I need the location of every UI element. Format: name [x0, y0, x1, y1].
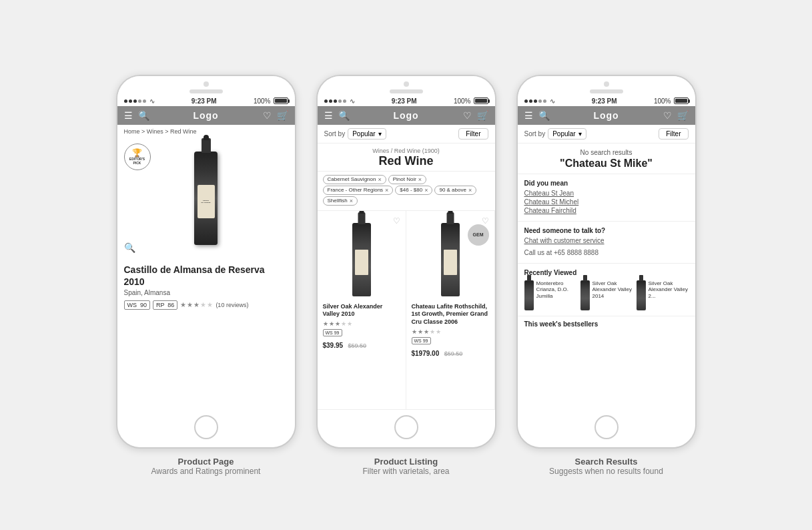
cart-icon-2[interactable]: 🛒: [477, 110, 488, 121]
search-icon-2[interactable]: 🔍: [338, 110, 350, 121]
battery-pct-3: 100%: [654, 97, 671, 105]
cart-icon-3[interactable]: 🛒: [677, 110, 689, 121]
filter-tag-shellfish[interactable]: Shellfish×: [323, 196, 358, 206]
home-button-3[interactable]: [594, 415, 619, 439]
listing-path-2: Wines / Red Wine (1900): [324, 148, 488, 154]
hamburger-icon-2[interactable]: ☰: [324, 110, 333, 121]
filter-button-2[interactable]: Filter: [458, 128, 488, 140]
card-bottle-label-1: [355, 250, 368, 275]
zoom-icon-1[interactable]: 🔍: [124, 242, 135, 253]
product-card-2[interactable]: ♡ GEM Chateau Lafite Rothschild, 1st Gro…: [406, 211, 495, 410]
cs-chat-link[interactable]: Chat with customer service: [524, 237, 689, 244]
speaker-2: [390, 89, 423, 93]
rv-label-3: Silver Oak Alexander Valley 2...: [649, 280, 689, 300]
logo-1: Logo: [193, 110, 218, 121]
card-name-2: Chateau Lafite Rothschild, 1st Growth, P…: [412, 303, 489, 326]
chevron-down-icon-2: ▾: [378, 130, 382, 138]
heart-icon-3[interactable]: ♡: [663, 110, 672, 121]
phone-title-1: Product Page: [151, 457, 261, 467]
trophy-icon: 🏆: [132, 148, 142, 158]
dym-link-3[interactable]: Chateau Fairchild: [524, 207, 689, 214]
status-time-2: 9:23 PM: [392, 97, 417, 105]
dot3-1: [524, 99, 528, 103]
cs2-5: ★: [436, 328, 441, 335]
phone-product-listing: ∿ 9:23 PM 100% ☰ 🔍 Logo ♡ 🛒: [316, 75, 496, 476]
cs2-1: ★: [412, 328, 417, 335]
camera-1: [204, 81, 209, 87]
wifi-icon-2: ∿: [350, 97, 355, 105]
heart-icon-1[interactable]: ♡: [263, 110, 272, 121]
heart-icon-2[interactable]: ♡: [463, 110, 472, 121]
sort-filter-bar-2: Sort by Popular ▾ Filter: [318, 125, 495, 144]
sort-dropdown-2[interactable]: Popular ▾: [348, 128, 386, 140]
dym-link-2[interactable]: Chateau St Michel: [524, 198, 689, 206]
status-bar-1: ∿ 9:23 PM 100%: [117, 96, 295, 106]
nav-right-1: ♡ 🛒: [263, 110, 288, 121]
search-icon-3[interactable]: 🔍: [538, 110, 550, 121]
cs-phone: Call us at +65 8888 8888: [524, 249, 598, 256]
product-card-1[interactable]: ♡ Silver Oak Alexander Valley 2010 ★ ★ ★…: [318, 211, 406, 410]
wishlist-icon-1[interactable]: ♡: [393, 216, 400, 226]
phone-label-3: Search Results Suggests when no results …: [549, 457, 663, 476]
card-bottle-label-2: [444, 250, 457, 275]
rv-bottle-2: [580, 280, 590, 310]
sort-row-3: Sort by Popular ▾: [524, 128, 586, 140]
dym-link-1[interactable]: Chateau St Jean: [524, 190, 689, 197]
filter-tag-price[interactable]: $46 - $80×: [395, 186, 432, 195]
dot2-3: [334, 99, 337, 103]
wishlist-icon-2[interactable]: ♡: [482, 216, 489, 226]
rv-label-1: Monterebro Crianza, D.O. Jumilla: [536, 280, 576, 300]
card-name-1: Silver Oak Alexander Valley 2010: [323, 303, 400, 318]
speaker-3: [590, 89, 623, 93]
rv-item-1[interactable]: Monterebro Crianza, D.O. Jumilla: [524, 280, 576, 310]
rp-badge-1: RP 86: [153, 300, 177, 310]
cs1: ★: [323, 320, 328, 327]
home-button-1[interactable]: [194, 415, 218, 439]
bottle-label-1: Castillode Almansa: [197, 185, 215, 218]
phone-label-1: Product Page Awards and Ratings prominen…: [151, 457, 261, 476]
star3: ★: [193, 301, 199, 308]
filter-tags-row2: France - Other Regions× $46 - $80× 90 & …: [323, 186, 490, 195]
phone-top-1: [117, 76, 295, 96]
dot2-1: [324, 99, 328, 103]
phone-shell-1: ∿ 9:23 PM 100% ☰ 🔍 Logo ♡ 🛒: [116, 75, 296, 449]
recently-viewed: Recently Viewed Monterebro Crianza, D.O.…: [518, 264, 695, 316]
hamburger-icon-1[interactable]: ☰: [124, 110, 133, 121]
status-time-3: 9:23 PM: [592, 97, 617, 105]
star-rating-1: ★ ★ ★ ★ ★: [180, 301, 213, 308]
phone-subtitle-1: Awards and Ratings prominent: [151, 467, 261, 476]
search-query: "Chateau St Mike": [518, 156, 695, 174]
nav-bar-3: ☰ 🔍 Logo ♡ 🛒: [518, 106, 695, 125]
phone-bottom-3: [518, 410, 695, 447]
rv-item-3[interactable]: Silver Oak Alexander Valley 2...: [637, 280, 689, 310]
search-icon-1[interactable]: 🔍: [138, 110, 149, 121]
cart-icon-1[interactable]: 🛒: [277, 110, 288, 121]
listing-header-2: Wines / Red Wine (1900) Red Wine: [318, 144, 495, 172]
dot3: [133, 99, 137, 103]
star4: ★: [200, 301, 206, 308]
dot1: [124, 99, 127, 103]
cs2: ★: [329, 320, 334, 327]
cs2-4: ★: [430, 328, 435, 335]
product-name-1: Castillo de Almansa de Reserva 2010: [124, 264, 288, 288]
nav-left-1: ☰ 🔍: [124, 110, 149, 121]
wifi-icon-1: ∿: [149, 97, 155, 105]
filter-tag-france[interactable]: France - Other Regions×: [323, 186, 394, 195]
rv-item-2[interactable]: Silver Oak Alexander Valley 2014: [580, 280, 633, 310]
home-button-2[interactable]: [394, 415, 418, 439]
filter-tag-cabernet[interactable]: Cabernet Sauvignon×: [323, 175, 386, 184]
sort-option-3: Popular: [552, 130, 575, 138]
hamburger-icon-3[interactable]: ☰: [524, 110, 533, 121]
filter-tag-score[interactable]: 90 & above×: [434, 186, 476, 195]
battery-2: [474, 97, 488, 104]
cs2-2: ★: [418, 328, 423, 335]
card-badges-1: WS 99: [323, 329, 400, 336]
filter-tag-pinot[interactable]: Pinot Noir×: [388, 175, 426, 184]
filter-button-3[interactable]: Filter: [659, 128, 688, 140]
sort-filter-bar-3: Sort by Popular ▾ Filter: [518, 125, 695, 144]
sort-dropdown-3[interactable]: Popular ▾: [548, 128, 586, 140]
status-bar-2: ∿ 9:23 PM 100%: [318, 96, 495, 106]
editors-pick-badge: 🏆 EDITOR'SPICK: [124, 144, 151, 170]
status-bar-3: ∿ 9:23 PM 100%: [518, 96, 695, 106]
badge-line1: EDITOR'SPICK: [129, 158, 145, 165]
